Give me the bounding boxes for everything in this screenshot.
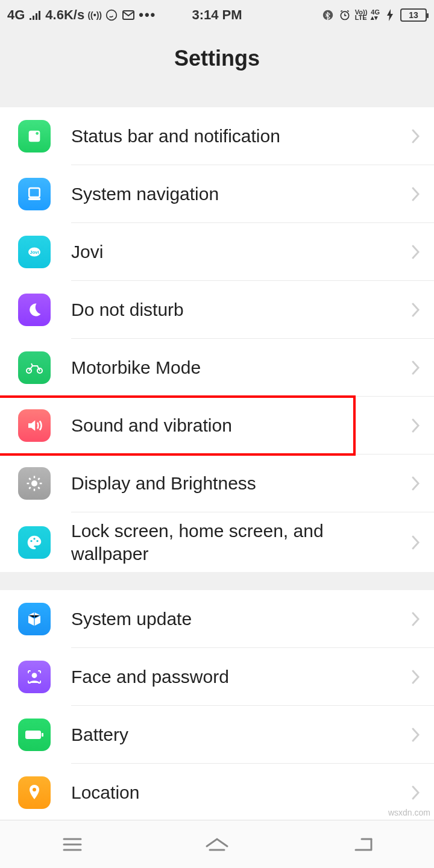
row-label: Motorbike Mode bbox=[71, 356, 411, 379]
chevron-right-icon bbox=[411, 186, 421, 203]
svg-point-24 bbox=[32, 673, 37, 678]
svg-line-18 bbox=[38, 487, 40, 489]
volte-icon: Vo)) LTE bbox=[355, 10, 368, 20]
chevron-right-icon bbox=[411, 301, 421, 318]
motorbike-icon bbox=[18, 351, 51, 384]
network-label: 4G bbox=[7, 7, 25, 23]
more-icon: ••• bbox=[139, 7, 156, 23]
row-display-brightness[interactable]: Display and Brightness bbox=[0, 454, 434, 512]
svg-line-19 bbox=[29, 487, 31, 489]
row-system-navigation[interactable]: System navigation bbox=[0, 165, 434, 223]
svg-line-20 bbox=[38, 478, 40, 480]
row-label: Sound and vibration bbox=[71, 414, 411, 437]
svg-point-23 bbox=[36, 539, 38, 541]
svg-point-21 bbox=[30, 539, 32, 541]
svg-rect-6 bbox=[29, 188, 40, 197]
face-icon bbox=[18, 661, 51, 693]
chevron-right-icon bbox=[411, 668, 421, 685]
svg-text:Jovi: Jovi bbox=[30, 250, 39, 255]
section-gap bbox=[0, 572, 434, 590]
chevron-right-icon bbox=[411, 244, 421, 260]
svg-point-12 bbox=[31, 480, 37, 486]
settings-section-1: Status bar and notification System navig… bbox=[0, 107, 434, 572]
chevron-right-icon bbox=[411, 784, 421, 801]
row-label: System update bbox=[71, 608, 411, 631]
watermark: wsxdn.com bbox=[388, 808, 430, 817]
chevron-right-icon bbox=[411, 128, 421, 145]
status-bar: 4G 4.6K/s ((•)) ••• 3:14 PM Vo)) LTE 4G … bbox=[0, 0, 434, 30]
row-motorbike-mode[interactable]: Motorbike Mode bbox=[0, 339, 434, 397]
svg-point-27 bbox=[33, 788, 36, 791]
row-sound-and-vibration[interactable]: Sound and vibration bbox=[0, 397, 434, 454]
row-face-password[interactable]: Face and password bbox=[0, 648, 434, 706]
chevron-right-icon bbox=[411, 534, 421, 551]
row-label: Location bbox=[71, 781, 411, 804]
cube-icon bbox=[18, 603, 51, 635]
row-status-bar[interactable]: Status bar and notification bbox=[0, 107, 434, 165]
chevron-right-icon bbox=[411, 611, 421, 627]
svg-rect-26 bbox=[42, 733, 43, 737]
row-label: Lock screen, home screen, and wallpaper bbox=[71, 520, 411, 565]
row-label: System navigation bbox=[71, 183, 411, 206]
row-label: Do not disturb bbox=[71, 298, 411, 321]
svg-rect-25 bbox=[25, 731, 41, 739]
row-lock-screen-wallpaper[interactable]: Lock screen, home screen, and wallpaper bbox=[0, 512, 434, 572]
monitor-icon bbox=[18, 178, 51, 210]
row-system-update[interactable]: System update bbox=[0, 590, 434, 648]
row-battery[interactable]: Battery bbox=[0, 706, 434, 764]
net-4g-icon: 4G ▴▾ bbox=[371, 10, 380, 20]
row-label: Display and Brightness bbox=[71, 472, 411, 495]
moon-icon bbox=[18, 294, 51, 326]
chevron-right-icon bbox=[411, 417, 421, 434]
sun-icon bbox=[18, 467, 51, 500]
data-rate: 4.6K/s bbox=[45, 7, 84, 23]
row-label: Jovi bbox=[71, 241, 411, 263]
chevron-right-icon bbox=[411, 359, 421, 376]
status-time: 3:14 PM bbox=[192, 7, 242, 23]
pin-icon bbox=[18, 776, 51, 809]
nav-back-button[interactable] bbox=[344, 832, 380, 857]
speaker-icon bbox=[18, 409, 51, 442]
svg-line-17 bbox=[29, 478, 31, 480]
palette-icon bbox=[18, 526, 51, 559]
settings-section-2: System update Face and password Battery … bbox=[0, 590, 434, 822]
battery-icon: 13 bbox=[400, 8, 427, 22]
svg-rect-7 bbox=[28, 198, 40, 200]
mail-icon bbox=[122, 8, 135, 22]
row-location[interactable]: Location bbox=[0, 764, 434, 822]
section-gap bbox=[0, 89, 434, 107]
page-title: Settings bbox=[0, 30, 434, 89]
row-jovi[interactable]: Jovi Jovi bbox=[0, 223, 434, 281]
svg-point-0 bbox=[107, 10, 117, 20]
chevron-right-icon bbox=[411, 475, 421, 492]
status-bar-icon bbox=[18, 120, 51, 153]
chevron-right-icon bbox=[411, 726, 421, 743]
row-label: Status bar and notification bbox=[71, 125, 411, 148]
jovi-icon: Jovi bbox=[18, 236, 51, 268]
row-label: Face and password bbox=[71, 665, 411, 688]
hotspot-icon: ((•)) bbox=[88, 8, 101, 22]
nav-home-button[interactable] bbox=[199, 832, 235, 857]
alarm-icon bbox=[338, 8, 351, 22]
row-do-not-disturb[interactable]: Do not disturb bbox=[0, 281, 434, 339]
svg-point-5 bbox=[36, 132, 39, 135]
nav-recent-button[interactable] bbox=[54, 832, 90, 857]
bluetooth-icon bbox=[321, 8, 335, 22]
charging-icon bbox=[383, 8, 397, 22]
svg-rect-4 bbox=[29, 131, 40, 142]
signal-icon bbox=[28, 8, 42, 22]
row-label: Battery bbox=[71, 723, 411, 746]
whatsapp-icon bbox=[105, 8, 118, 22]
system-nav-bar bbox=[0, 820, 434, 868]
battery-icon bbox=[18, 719, 51, 751]
svg-point-22 bbox=[33, 538, 35, 539]
